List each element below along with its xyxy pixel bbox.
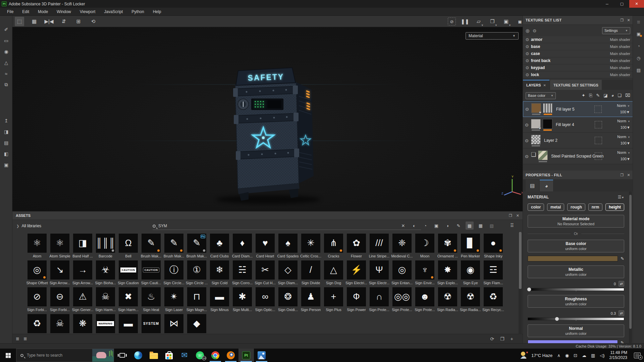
- asset-item-sign-recyc[interactable]: ♻Sign Recyc...: [484, 287, 503, 312]
- asset-thumbnail[interactable]: ◎: [392, 260, 412, 280]
- asset-item-sign-radia[interactable]: ☢Sign Radia...: [461, 287, 480, 312]
- asset-item-band-half[interactable]: ◨Band Half ...: [73, 234, 92, 258]
- eye-icon[interactable]: ⊙: [525, 107, 531, 112]
- menu-item-file[interactable]: File: [3, 8, 18, 16]
- channel-filter-dropdown[interactable]: Base color ▼: [526, 92, 556, 99]
- taskbar-app-explorer[interactable]: [146, 349, 161, 362]
- asset-thumbnail[interactable]: ♟: [301, 287, 320, 306]
- asset-thumbnail[interactable]: ❂: [278, 287, 298, 306]
- asset-item-sign-arrow[interactable]: →Sign Arrow...: [73, 260, 92, 285]
- asset-thumbnail[interactable]: ♻: [28, 314, 47, 333]
- properties-scrollbar[interactable]: [629, 191, 632, 343]
- asset-thumbnail[interactable]: ↘: [50, 260, 69, 280]
- clear-search-icon[interactable]: ✕: [399, 222, 407, 230]
- mask-panel-icon[interactable]: ◧: [2, 149, 10, 158]
- asset-item-sign-magn[interactable]: ⊓Sign Magn...: [187, 287, 206, 312]
- delete-layer-icon[interactable]: ⌧: [625, 93, 630, 98]
- new-window-icon[interactable]: ❐: [500, 336, 504, 342]
- roughness-slider-handle[interactable]: [555, 317, 559, 321]
- asset-thumbnail[interactable]: ✳: [301, 234, 320, 253]
- asset-thumbnail[interactable]: Ф: [347, 287, 366, 306]
- asset-thumbnail[interactable]: ❈: [392, 234, 412, 253]
- log-panel-icon[interactable]: ▤: [635, 67, 642, 73]
- maximize-button[interactable]: ▢: [614, 0, 629, 8]
- asset-thumbnail[interactable]: ♠: [278, 234, 298, 253]
- import-resources-icon[interactable]: +: [511, 336, 513, 342]
- roughness-slider[interactable]: [528, 317, 624, 320]
- roughness-value[interactable]: 0.3: [611, 311, 616, 315]
- scifi-locker-model[interactable]: SAFETY: [206, 65, 327, 206]
- asset-thumbnail[interactable]: ⋔: [324, 234, 343, 253]
- balance-icon[interactable]: ⇄: [619, 281, 624, 287]
- base-color-swatch[interactable]: [528, 256, 618, 261]
- eye-icon[interactable]: ⊙: [525, 122, 531, 127]
- taskbar-search[interactable]: Type here to search: [16, 349, 114, 362]
- asset-item-sign-oxidi[interactable]: ❂Sign Oxidi...: [278, 287, 298, 312]
- asset-item-sign-forbi[interactable]: ⊘Sign Forbi...: [28, 287, 47, 312]
- asset-thumbnail[interactable]: ▊: [461, 234, 480, 253]
- asset-item-sign-cut-h[interactable]: ✂Sign Cut H...: [256, 260, 275, 285]
- asset-thumbnail[interactable]: ✱: [233, 287, 252, 306]
- tab-texture-set-settings[interactable]: TEXTURE SET SETTINGS: [550, 80, 602, 90]
- add-paint-layer-icon[interactable]: ✎: [596, 93, 600, 98]
- texture-set-row-armor[interactable]: ⊙armorMain shader: [523, 36, 633, 43]
- paint-tool[interactable]: ✐: [2, 25, 10, 34]
- asset-item-sign-radia[interactable]: ☢Sign Radia...: [438, 287, 457, 312]
- asset-item-sign-harm[interactable]: ✖Sign Harm...: [119, 287, 138, 312]
- asset-item-bell[interactable]: ΩBell: [119, 234, 138, 258]
- assets-scrollbar[interactable]: [519, 232, 522, 334]
- show-all-icon[interactable]: ◎: [526, 28, 529, 33]
- asset-thumbnail[interactable]: ☢: [438, 287, 457, 306]
- add-smart-material-icon[interactable]: ◪: [603, 93, 607, 98]
- asset-item-sign-harm[interactable]: ☠Sign Harm...: [96, 287, 115, 312]
- filter-alphas-icon[interactable]: ▩: [466, 222, 474, 230]
- asset-thumbnail[interactable]: ●: [484, 234, 503, 253]
- mask-placeholder[interactable]: [594, 106, 602, 113]
- asset-item-sign-circle[interactable]: ①Sign Circle ...: [187, 260, 206, 285]
- layer-thumbnail[interactable]: [543, 119, 552, 129]
- taskbar-app-chrome[interactable]: [208, 349, 223, 362]
- asset-item-sign-explo[interactable]: ✸Sign Explo...: [438, 260, 457, 285]
- solo-icon[interactable]: ⊙: [533, 28, 536, 33]
- asset-thumbnail[interactable]: ║║║: [96, 234, 115, 253]
- asset-thumbnail[interactable]: ⚛: [28, 234, 47, 253]
- asset-thumbnail[interactable]: ∞: [256, 287, 275, 306]
- asset-thumbnail[interactable]: ☵: [233, 260, 252, 280]
- asset-thumbnail[interactable]: ♥: [256, 234, 275, 253]
- layer-row-fill-layer-5[interactable]: ⊙⬙Fill layer 5Norm▼100▼: [523, 101, 633, 117]
- asset-item-system[interactable]: SYSTEM: [142, 314, 161, 333]
- asset-thumbnail[interactable]: △: [324, 260, 343, 280]
- smudge-tool[interactable]: ≈: [2, 69, 10, 78]
- popout-icon[interactable]: ❐: [620, 18, 624, 22]
- asset-item-sign-cold[interactable]: ❄Sign Cold: [210, 260, 229, 285]
- asset-thumbnail[interactable]: ◆: [187, 314, 206, 333]
- menu-item-window[interactable]: Window: [52, 8, 75, 16]
- resources-panel-icon[interactable]: ▣: [2, 161, 10, 169]
- asset-thumbnail[interactable]: ⋈: [164, 314, 183, 333]
- asset-item-ornament[interactable]: ✾Ornament ...: [438, 234, 457, 258]
- asset-item-flower[interactable]: ✿Flower: [347, 234, 366, 258]
- menu-item-help[interactable]: Help: [149, 8, 166, 16]
- metallic-value[interactable]: 0: [614, 282, 616, 286]
- assets-search-field[interactable]: SYM: [153, 222, 421, 230]
- popout-icon[interactable]: ❐: [620, 173, 624, 177]
- asset-thumbnail[interactable]: CAUTION: [119, 260, 138, 280]
- asset-item-warning[interactable]: WARNING: [96, 314, 115, 333]
- asset-thumbnail[interactable]: ⓘ: [164, 260, 183, 280]
- asset-thumbnail[interactable]: ◉: [461, 260, 480, 280]
- taskbar-app-blender[interactable]: [223, 349, 238, 362]
- navigation-gizmo[interactable]: Y X Z: [501, 174, 523, 198]
- meet-now-icon[interactable]: ◉: [565, 353, 569, 358]
- volume-icon[interactable]: ◁): [600, 353, 604, 358]
- weather-widget[interactable]: ☁ 17°C Haze: [520, 352, 552, 359]
- list-panel-icon[interactable]: ▤: [2, 138, 10, 147]
- onedrive-icon[interactable]: ☁: [582, 353, 586, 358]
- asset-item-sign-prote[interactable]: ☻Sign Prote...: [415, 287, 434, 312]
- mask-placeholder[interactable]: [595, 121, 602, 128]
- asset-thumbnail[interactable]: ☣: [96, 260, 115, 280]
- asset-item-sign-optic[interactable]: ∞Sign Optic...: [256, 287, 275, 312]
- asset-item-sign-entan[interactable]: ◎Sign Entan...: [392, 260, 412, 285]
- asset-item-sign-minus[interactable]: ▬Sign Minus: [210, 287, 229, 312]
- asset-item-tile[interactable]: ⋈: [164, 314, 183, 333]
- asset-item-shape-inky[interactable]: ●Shape Inky: [484, 234, 503, 258]
